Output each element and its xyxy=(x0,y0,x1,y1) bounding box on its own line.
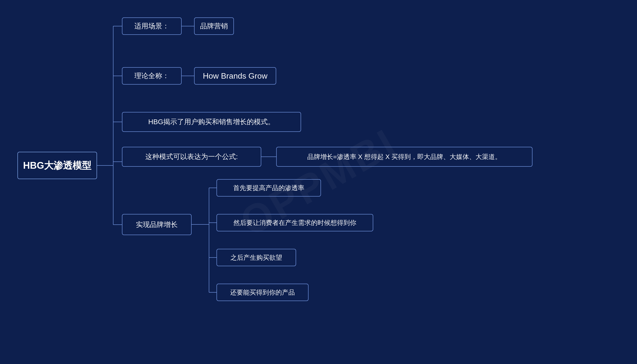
applicable-scene-label-node: 适用场景： xyxy=(122,18,182,35)
applicable-scene-value-node: 品牌营销 xyxy=(194,18,234,35)
step2-node: 然后要让消费者在产生需求的时候想得到你 xyxy=(216,214,373,232)
step3-node: 之后产生购买欲望 xyxy=(216,249,296,266)
root-node: HBG大渗透模型 xyxy=(18,152,97,179)
mindmap-container: OPPMBI xyxy=(0,0,637,364)
theory-name-label-node: 理论全称： xyxy=(122,67,182,84)
formula-label-node: 这种模式可以表达为一个公式: xyxy=(122,147,261,167)
achieve-growth-node: 实现品牌增长 xyxy=(122,214,192,235)
step4-node: 还要能买得到你的产品 xyxy=(216,284,308,301)
formula-value-node: 品牌增长=渗透率 X 想得起 X 买得到，即大品牌、大媒体、大渠道。 xyxy=(276,147,532,167)
step1-node: 首先要提高产品的渗透率 xyxy=(216,179,321,196)
theory-name-value-node: How Brands Grow xyxy=(194,67,276,84)
hbg-desc-node: HBG揭示了用户购买和销售增长的模式。 xyxy=(122,112,301,132)
